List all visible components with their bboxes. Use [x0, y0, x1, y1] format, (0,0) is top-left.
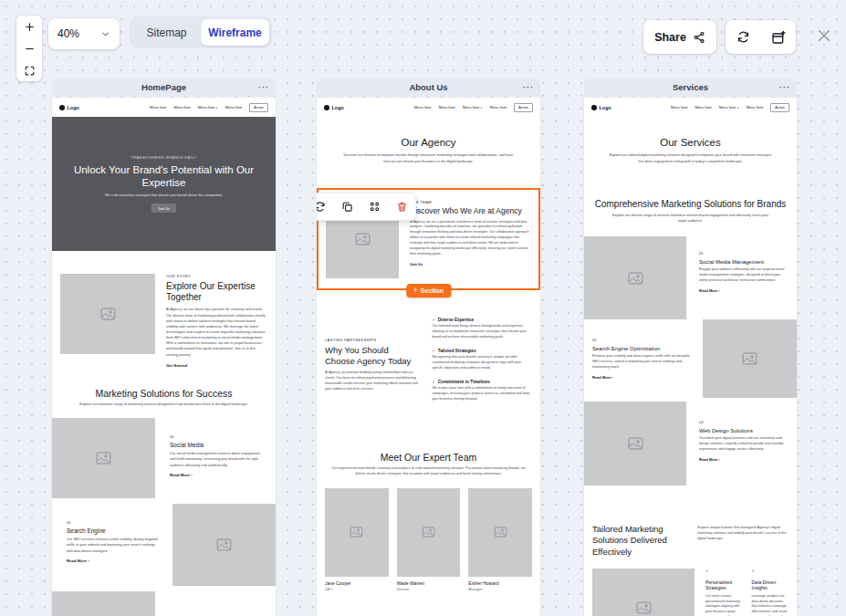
export-button[interactable]: [761, 20, 797, 54]
team-member-card: Jane Cooper CEO: [325, 488, 389, 592]
feature-columns: ✓ Personalized Strategies Our team curat…: [705, 569, 789, 616]
section-toolbar: [317, 193, 416, 221]
member-name: Esther Howard: [468, 580, 532, 586]
page-header-about[interactable]: About Us ···: [317, 78, 540, 96]
solution-item-2: 02 Search Engine Our SEO services enhanc…: [52, 504, 276, 586]
service-item-3: 03 Web Design Solutions Transform your d…: [584, 402, 797, 485]
why-eyebrow: LASTING PARTNERSHIPS: [325, 338, 420, 342]
nav-item: Menu Item: [438, 105, 454, 110]
zoom-controls: [16, 16, 42, 81]
regenerate-section-button[interactable]: [317, 193, 333, 220]
nav-item: Menu Item: [671, 105, 687, 110]
share-button[interactable]: Share: [643, 20, 716, 54]
zoom-in-button[interactable]: [16, 16, 42, 37]
wireframe-services[interactable]: Logo Menu Item Menu Item Menu Item∨ Menu…: [584, 98, 797, 616]
page-menu-button[interactable]: ···: [779, 78, 790, 96]
wf-navbar: Logo Menu Item Menu Item Menu Item∨ Menu…: [584, 98, 797, 117]
image-icon: [628, 437, 643, 450]
read-more-link: Read More ›: [170, 473, 265, 477]
feature-item: ✓ Data-Driven Insights Leverage analytic…: [752, 569, 789, 616]
why-text: LASTING PARTNERSHIPS Why You Should Choo…: [325, 318, 420, 410]
wf-story-section: OUR STORY Explore Our Expertise Together…: [52, 251, 276, 368]
image-placeholder: [584, 402, 686, 485]
page-title: About Us: [409, 82, 447, 92]
refresh-icon: [317, 201, 326, 213]
wireframe-homepage[interactable]: Logo Menu Item Menu Item Menu Item∨ Menu…: [52, 98, 276, 616]
check-icon: ✓: [432, 318, 435, 322]
wf-solutions-section: Marketing Solutions for Success Explore …: [52, 368, 276, 616]
image-placeholder: [60, 274, 155, 354]
services-subtext: Explore our diverse range of services ta…: [608, 213, 773, 224]
nav-item: Menu Item∨: [198, 105, 218, 110]
arrow-right-icon: ›: [191, 473, 192, 477]
story-eyebrow: OUR STORY: [166, 274, 267, 278]
tab-wireframe[interactable]: Wireframe: [201, 19, 269, 46]
nav-item: Menu Item: [173, 105, 190, 110]
add-section-button[interactable]: + Section: [406, 284, 451, 298]
image-icon: [355, 233, 371, 245]
arrow-right-icon: ›: [88, 559, 89, 563]
section-heading: Discover Who We Are at Agency: [410, 206, 531, 216]
wf-action-button: Action: [514, 103, 533, 112]
solution-text: 01 Social Media Our social media managem…: [155, 418, 276, 498]
hero-subtext: Discover our mission to empower brands t…: [342, 152, 515, 164]
delete-section-button[interactable]: [388, 193, 415, 220]
member-role: Manager: [468, 587, 532, 591]
wireframe-about[interactable]: Logo Menu Item Menu Item Menu Item∨ Menu…: [317, 98, 540, 616]
wf-navbar: Logo Menu Item Menu Item Menu Item∨ Menu…: [317, 98, 540, 117]
tab-sitemap[interactable]: Sitemap: [132, 19, 201, 46]
selected-section[interactable]: OUR TEAM Discover Who We Are at Agency A…: [317, 188, 540, 290]
team-cards: Jane Cooper CEO Wade Warren Director: [325, 488, 532, 592]
zoom-level-dropdown[interactable]: 40%: [48, 18, 120, 49]
hero-heading: Unlock Your Brand's Potential with Our E…: [72, 163, 256, 190]
refresh-button[interactable]: [726, 20, 761, 54]
chevron-down-icon: ∨: [736, 106, 739, 110]
zoom-out-button[interactable]: [16, 37, 42, 59]
image-placeholder: [325, 488, 389, 577]
read-more-link: Read More ›: [699, 457, 788, 462]
wf-nav-menu: Menu Item Menu Item Menu Item∨ Menu Item…: [671, 103, 789, 112]
story-button: Get Started: [166, 363, 267, 368]
logo-icon: [591, 105, 597, 110]
image-icon: [628, 272, 643, 285]
image-placeholder: [584, 236, 686, 319]
section-eyebrow: OUR TEAM: [410, 200, 531, 204]
team-section-text: OUR TEAM Discover Who We Are at Agency A…: [410, 200, 531, 278]
page-header-services[interactable]: Services ···: [584, 78, 797, 96]
feature-item: ✓ Personalized Strategies Our team curat…: [705, 569, 743, 616]
nav-item: Menu Item: [225, 105, 242, 110]
trash-icon: [396, 201, 408, 213]
duplicate-section-button[interactable]: [333, 193, 360, 220]
page-menu-button[interactable]: ···: [258, 78, 269, 96]
page-title: HomePage: [141, 82, 186, 92]
minus-icon: [24, 43, 36, 55]
feature-item: ✓Diverse Expertise Our talented team bri…: [432, 318, 532, 340]
image-icon: [636, 601, 652, 614]
close-button[interactable]: [814, 26, 834, 46]
arrow-right-icon: ›: [719, 288, 720, 293]
page-header-homepage[interactable]: HomePage ···: [52, 78, 276, 96]
why-features: ✓Diverse Expertise Our talented team bri…: [432, 318, 532, 410]
image-icon: [494, 527, 507, 538]
wf-logo: Logo: [591, 105, 611, 110]
section-link: Join Us: [410, 262, 531, 266]
chevron-down-icon: ∨: [480, 106, 483, 110]
swap-layout-button[interactable]: [360, 193, 388, 220]
feature-item: ✓Commitment to Timelines We respect your…: [432, 380, 532, 402]
image-icon: [422, 527, 435, 538]
team-subtext: Our experienced team blends creativity a…: [330, 466, 527, 477]
logo-icon: [59, 105, 65, 110]
solutions-subtext: Explore our extensive range of marketing…: [78, 402, 250, 407]
check-icon: ✓: [752, 569, 789, 573]
solution-item-1: 01 Social Media Our social media managem…: [52, 418, 276, 498]
tailored-heading: Tailored Marketing Solutions Delivered E…: [592, 524, 686, 558]
nav-item: Menu Item: [695, 105, 711, 110]
member-name: Jane Cooper: [325, 580, 389, 586]
fit-view-button[interactable]: [16, 59, 42, 81]
fullscreen-icon: [24, 65, 36, 77]
page-menu-button[interactable]: ···: [523, 78, 534, 96]
team-member-card: Esther Howard Manager: [468, 488, 532, 592]
check-icon: ✓: [432, 380, 435, 384]
wf-tailored-section: Tailored Marketing Solutions Delivered E…: [584, 485, 797, 558]
hero-subtext: Explore our tailored digital marketing s…: [606, 152, 775, 164]
